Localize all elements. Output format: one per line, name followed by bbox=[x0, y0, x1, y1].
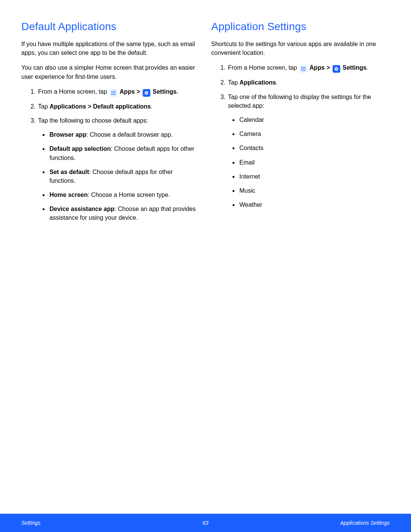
apps-icon bbox=[110, 89, 117, 97]
svg-point-1 bbox=[113, 91, 114, 92]
left-para-2: You can also use a simpler Home screen t… bbox=[21, 63, 200, 81]
right-heading: Application Settings bbox=[211, 21, 390, 33]
content-columns: Default Applications If you have multipl… bbox=[0, 0, 411, 228]
bullet-bold: Default app selection bbox=[49, 145, 111, 152]
right-steps: From a Home screen, tap Apps > Settings.… bbox=[211, 63, 390, 209]
period: . bbox=[151, 103, 153, 110]
right-step-2: Tap Applications. bbox=[227, 78, 390, 87]
gt: > bbox=[135, 88, 142, 95]
document-page: Default Applications If you have multipl… bbox=[0, 0, 411, 532]
bullet-bold: Device assistance app bbox=[49, 206, 115, 212]
app-item: Internet bbox=[239, 172, 390, 181]
gt: > bbox=[325, 64, 331, 71]
app-item: Calendar bbox=[239, 115, 390, 124]
right-step-1: From a Home screen, tap Apps > Settings. bbox=[227, 63, 390, 73]
svg-point-15 bbox=[301, 70, 303, 71]
left-column: Default Applications If you have multipl… bbox=[21, 21, 200, 228]
period: . bbox=[366, 64, 368, 71]
right-apps-list: Calendar Camera Contacts Email Internet … bbox=[228, 115, 390, 209]
settings-label: Settings bbox=[342, 64, 366, 71]
svg-point-17 bbox=[304, 70, 306, 71]
bullet-default-app-selection: Default app selection: Choose default ap… bbox=[49, 144, 200, 162]
svg-point-7 bbox=[113, 94, 114, 95]
footer-right: Applications Settings bbox=[340, 520, 390, 526]
bullet-bold: Set as default bbox=[49, 169, 89, 175]
bullet-bold: Browser app bbox=[49, 131, 86, 138]
footer-left: Settings bbox=[21, 520, 41, 526]
right-para-1: Shortcuts to the settings for various ap… bbox=[211, 40, 390, 57]
apps-icon bbox=[299, 65, 307, 73]
bullet-device-assistance-app: Device assistance app: Choose an app tha… bbox=[49, 204, 200, 222]
svg-point-5 bbox=[115, 92, 116, 93]
step-text: Tap the following to choose default apps… bbox=[38, 117, 148, 124]
svg-point-3 bbox=[112, 92, 113, 93]
bullet-set-as-default: Set as default: Choose default apps for … bbox=[49, 168, 200, 185]
bullet-rest: : Choose a default browser app. bbox=[86, 131, 173, 138]
svg-point-14 bbox=[304, 69, 306, 70]
apps-label: Apps bbox=[119, 88, 135, 95]
app-item: Camera bbox=[239, 129, 390, 138]
period: . bbox=[177, 88, 178, 95]
left-steps: From a Home screen, tap Apps > Settings.… bbox=[21, 87, 200, 222]
step-text: Tap one of the following to display the … bbox=[228, 94, 371, 109]
right-column: Application Settings Shortcuts to the se… bbox=[211, 21, 390, 228]
left-heading: Default Applications bbox=[21, 21, 200, 33]
app-item: Email bbox=[239, 158, 390, 167]
svg-point-9 bbox=[301, 67, 303, 68]
page-footer: Settings 63 Applications Settings bbox=[0, 514, 411, 532]
svg-point-6 bbox=[112, 94, 113, 95]
svg-point-4 bbox=[113, 92, 114, 93]
left-step-2: Tap Applications > Default applications. bbox=[37, 102, 200, 111]
bullet-rest: : Choose a Home screen type. bbox=[88, 192, 170, 198]
svg-point-10 bbox=[303, 67, 304, 68]
svg-point-16 bbox=[303, 70, 304, 71]
settings-label: Settings bbox=[153, 88, 177, 95]
left-step-1: From a Home screen, tap Apps > Settings. bbox=[37, 87, 200, 97]
app-item: Contacts bbox=[239, 144, 390, 152]
left-step-3: Tap the following to choose default apps… bbox=[37, 116, 200, 222]
left-para-1: If you have multiple applications of the… bbox=[21, 40, 200, 57]
svg-point-11 bbox=[304, 67, 306, 68]
apps-label: Apps bbox=[309, 64, 325, 71]
step-bold: Applications > Default applications bbox=[49, 103, 151, 110]
footer-page-number: 63 bbox=[202, 520, 209, 526]
step-text: Tap bbox=[228, 79, 239, 86]
svg-point-0 bbox=[112, 91, 113, 92]
bullet-bold: Home screen bbox=[49, 192, 88, 198]
step-bold: Applications bbox=[239, 79, 276, 86]
bullet-home-screen: Home screen: Choose a Home screen type. bbox=[49, 190, 200, 199]
svg-point-13 bbox=[303, 69, 304, 70]
step-text: Tap bbox=[38, 103, 49, 110]
svg-point-12 bbox=[301, 69, 303, 70]
step-text: From a Home screen, tap bbox=[38, 88, 109, 95]
settings-icon bbox=[143, 89, 150, 97]
bullet-browser-app: Browser app: Choose a default browser ap… bbox=[49, 130, 200, 139]
app-item: Weather bbox=[239, 200, 390, 209]
svg-point-2 bbox=[115, 91, 116, 92]
period: . bbox=[276, 79, 277, 86]
left-bullets: Browser app: Choose a default browser ap… bbox=[38, 130, 200, 222]
settings-icon bbox=[333, 65, 340, 73]
step-text: From a Home screen, tap bbox=[228, 64, 299, 71]
svg-point-8 bbox=[115, 94, 116, 95]
right-step-3: Tap one of the following to display the … bbox=[227, 93, 390, 209]
app-item: Music bbox=[239, 186, 390, 195]
